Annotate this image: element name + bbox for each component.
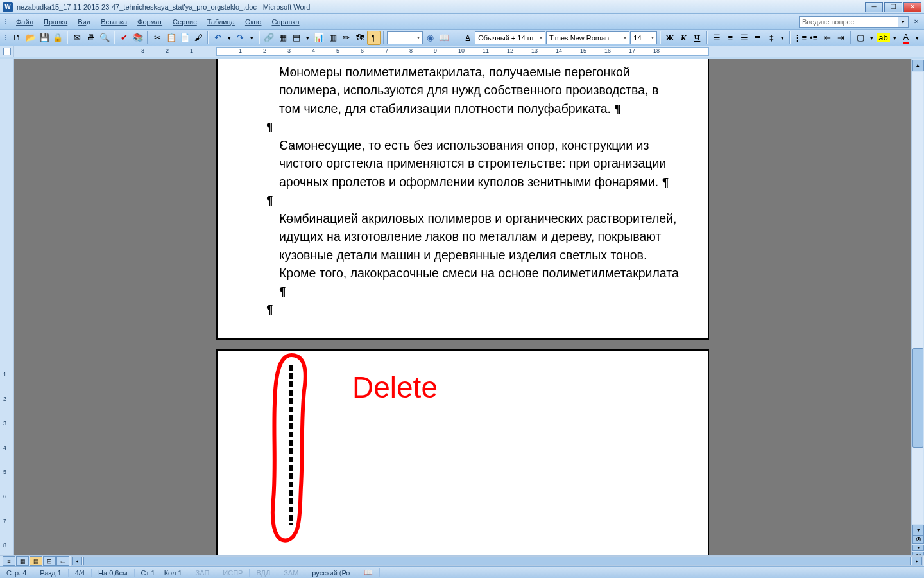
spellcheck-button[interactable]: ✔ (117, 31, 130, 45)
menu-service[interactable]: Сервис (167, 17, 202, 27)
print-button[interactable]: 🖶 (85, 31, 98, 45)
menu-view[interactable]: Вид (73, 17, 96, 27)
justify-button[interactable]: ≣ (751, 31, 764, 45)
permission-button[interactable]: 🔒 (51, 31, 64, 45)
ruler-vertical[interactable]: 12345678 (0, 59, 14, 561)
web-view-button[interactable]: ▦ (16, 556, 29, 566)
redo-dropdown[interactable]: ▾ (248, 31, 256, 45)
scroll-left-button[interactable]: ◂ (72, 557, 82, 565)
menu-window[interactable]: Окно (240, 17, 267, 27)
font-combo[interactable]: Times New Roman▾ (546, 31, 629, 44)
menu-file[interactable]: Файл (11, 17, 38, 27)
insert-table-dropdown[interactable]: ▾ (304, 31, 312, 45)
numbering-button[interactable]: ⋮≡ (793, 31, 807, 45)
align-left-button[interactable]: ☰ (710, 31, 723, 45)
minimize-button[interactable]: ─ (865, 2, 883, 12)
page-1[interactable]: •→ Мономеры полиметилметакрилата, получа… (216, 59, 709, 340)
drawing-button[interactable]: ✏ (340, 31, 353, 45)
scroll-right-button[interactable]: ▸ (912, 557, 922, 565)
excel-button[interactable]: 📊 (312, 31, 325, 45)
question-dropdown[interactable]: ▾ (898, 16, 909, 28)
normal-view-button[interactable]: ≡ (3, 556, 15, 566)
style-value: Обычный + 14 пт (478, 34, 534, 42)
scroll-track[interactable] (912, 72, 923, 524)
save-button[interactable]: 💾 (38, 31, 51, 45)
read-button[interactable]: 📖 (438, 31, 450, 45)
font-color-dropdown[interactable]: ▾ (913, 31, 921, 45)
print-preview-button[interactable]: 🔍 (98, 31, 111, 45)
insert-table-button[interactable]: ▤ (290, 31, 303, 45)
status-sel[interactable]: ВДЛ (250, 569, 277, 577)
scrollbar-horizontal[interactable]: ◂ ▸ (71, 556, 923, 566)
scroll-up-button[interactable]: ▴ (912, 60, 924, 71)
paste-button[interactable]: 📄 (178, 31, 191, 45)
doc-close-button[interactable]: ✕ (911, 17, 921, 27)
status-col[interactable]: Кол 1 (158, 569, 189, 577)
prev-page-button[interactable]: ⦿ (912, 535, 924, 544)
borders-button[interactable]: ▢ (854, 31, 867, 45)
copy-button[interactable]: 📋 (164, 31, 177, 45)
align-center-button[interactable]: ≡ (724, 31, 737, 45)
reading-view-button[interactable]: ▭ (56, 556, 69, 566)
style-dd-button[interactable]: A (461, 31, 474, 45)
menu-help[interactable]: Справка (266, 17, 304, 27)
undo-dropdown[interactable]: ▾ (225, 31, 234, 45)
status-ovr[interactable]: ЗАМ (277, 569, 305, 577)
maximize-button[interactable]: ❐ (884, 2, 902, 12)
font-color-button[interactable]: A (900, 31, 912, 45)
format-painter-button[interactable]: 🖌 (192, 31, 205, 45)
zoom-combo[interactable]: ▾ (387, 31, 423, 44)
new-button[interactable]: 🗋 (10, 31, 23, 45)
mail-button[interactable]: ✉ (71, 31, 83, 45)
page-2[interactable]: Delete (216, 349, 709, 561)
vertical-bar-object[interactable] (289, 365, 293, 525)
doc-map-button[interactable]: 🗺 (354, 31, 366, 45)
italic-button[interactable]: К (677, 31, 690, 45)
hyperlink-button[interactable]: 🔗 (262, 31, 275, 45)
question-input[interactable] (799, 16, 898, 28)
status-pages[interactable]: 4/4 (69, 569, 92, 577)
align-right-button[interactable]: ☰ (737, 31, 750, 45)
status-lang[interactable]: русский (Ро (305, 569, 357, 577)
size-combo[interactable]: 14▾ (630, 31, 656, 44)
menu-insert[interactable]: Вставка (96, 17, 132, 27)
increase-indent-button[interactable]: ⇥ (835, 31, 848, 45)
line-spacing-dropdown[interactable]: ▾ (778, 31, 787, 45)
cut-button[interactable]: ✂ (151, 31, 164, 45)
style-combo[interactable]: Обычный + 14 пт▾ (475, 31, 545, 44)
menu-format[interactable]: Формат (132, 17, 167, 27)
line-spacing-button[interactable]: ‡ (765, 31, 778, 45)
menu-edit[interactable]: Правка (38, 17, 73, 27)
status-at[interactable]: На 0,6см (92, 569, 134, 577)
bullets-button[interactable]: •≡ (807, 31, 820, 45)
print-view-button[interactable]: ▤ (30, 556, 42, 566)
browse-object-button[interactable]: ● (912, 545, 924, 551)
underline-button[interactable]: Ч (690, 31, 703, 45)
undo-button[interactable]: ↶ (211, 31, 224, 45)
status-rec[interactable]: ЗАП (189, 569, 217, 577)
bold-button[interactable]: Ж (663, 31, 676, 45)
outline-view-button[interactable]: ⊟ (43, 556, 56, 566)
help-button[interactable]: ◉ (424, 31, 436, 45)
research-button[interactable]: 📚 (132, 31, 144, 45)
open-button[interactable]: 📂 (24, 31, 37, 45)
ruler-horizontal[interactable]: 321123456789101112131415161718 (14, 46, 924, 57)
status-line[interactable]: Ст 1 (135, 569, 158, 577)
columns-button[interactable]: ▥ (326, 31, 339, 45)
status-page[interactable]: Стр. 4 (0, 569, 33, 577)
ruler-corner[interactable] (0, 46, 14, 57)
scroll-thumb[interactable] (912, 348, 923, 448)
close-button[interactable]: ✕ (903, 2, 921, 12)
show-para-button[interactable]: ¶ (367, 31, 381, 45)
tables-borders-button[interactable]: ▦ (276, 31, 289, 45)
redo-button[interactable]: ↷ (234, 31, 247, 45)
highlight-button[interactable]: ab (877, 31, 889, 45)
status-section[interactable]: Разд 1 (33, 569, 68, 577)
menu-table[interactable]: Таблица (202, 17, 240, 27)
decrease-indent-button[interactable]: ⇤ (821, 31, 834, 45)
hscroll-thumb[interactable] (83, 557, 911, 565)
status-trk[interactable]: ИСПР (216, 569, 250, 577)
status-book-icon[interactable]: 📖 (357, 568, 380, 577)
borders-dropdown[interactable]: ▾ (868, 31, 876, 45)
highlight-dropdown[interactable]: ▾ (891, 31, 899, 45)
